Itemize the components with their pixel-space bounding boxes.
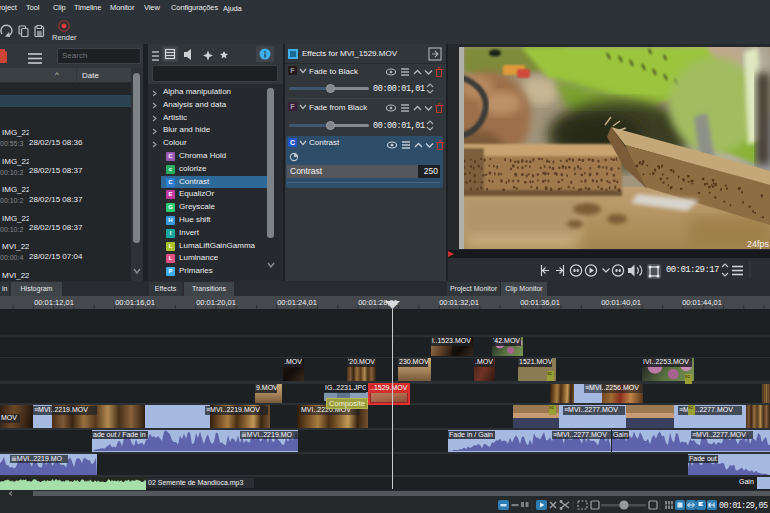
svg-text:24fps: 24fps [747, 239, 770, 249]
